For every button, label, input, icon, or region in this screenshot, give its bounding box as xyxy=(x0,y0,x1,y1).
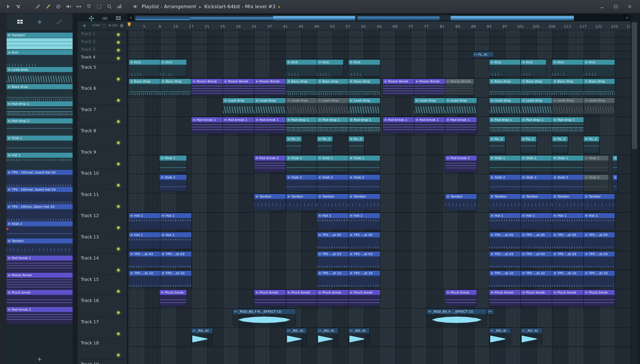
clip[interactable]: ≡Pad drop 1 xyxy=(286,117,317,134)
clip[interactable]: ≡TPS -..at 03 xyxy=(489,251,521,268)
track-header[interactable]: Track 1 xyxy=(78,31,127,38)
clip-source-item[interactable]: ≡Pad drop 2 xyxy=(6,118,73,136)
clip[interactable]: ≡Tambor xyxy=(521,194,552,210)
clip-source-item[interactable]: ≡Kick xyxy=(6,50,73,67)
zoom-icon[interactable] xyxy=(106,3,113,10)
clip[interactable]: ≡Pluck break xyxy=(286,290,317,306)
clip[interactable]: ≡Pluck break xyxy=(160,290,186,306)
track-led[interactable] xyxy=(117,205,120,208)
clip[interactable]: ≡Stab 1 xyxy=(286,156,317,172)
vertical-scrollbar[interactable] xyxy=(631,21,638,364)
track-led[interactable] xyxy=(117,57,120,60)
clip[interactable]: ×Lead drop xyxy=(317,98,348,115)
clip[interactable]: ≡Bass drop xyxy=(160,79,192,95)
clip[interactable]: ≡Reese Break xyxy=(414,79,445,95)
track-led[interactable] xyxy=(117,290,120,293)
picker-add-button[interactable]: + xyxy=(37,356,42,362)
clip[interactable]: ≡Pad break 1 xyxy=(414,117,445,134)
clip[interactable]: ×Stab 2 xyxy=(584,175,608,191)
clip[interactable]: ≡TPS -..at 05 xyxy=(552,232,584,249)
clip[interactable]: ≡Stab 1 xyxy=(160,156,186,172)
clip[interactable]: ≡Kick xyxy=(317,60,343,76)
track-header[interactable]: Track 17... xyxy=(78,319,127,338)
clip-source-item[interactable]: ≡Pad break 2 xyxy=(6,307,73,324)
clip[interactable]: ≡Bass drop xyxy=(521,79,552,95)
clip[interactable]: ≡Hat 1 xyxy=(317,213,348,230)
clip[interactable]: ≡Tambor xyxy=(286,194,317,210)
clip[interactable]: ≡Reese Break xyxy=(254,79,286,95)
clip-source-item[interactable]: ≡Reese Break xyxy=(6,273,73,290)
move-tool-icon[interactable] xyxy=(88,15,95,21)
paint-icon[interactable] xyxy=(45,3,51,10)
clip[interactable]: ≡Stab 1 xyxy=(349,156,380,172)
track-header[interactable]: Track 9... xyxy=(78,149,127,168)
clip[interactable]: ≡Hat 1 xyxy=(160,213,192,230)
clip[interactable]: ≡Stab 2 xyxy=(317,175,348,191)
clip-source-item[interactable]: ≡TPS - Ultima..Open Hat 10 xyxy=(6,204,73,221)
clip[interactable]: ≡Hat 1 xyxy=(521,213,552,230)
breadcrumb-segment[interactable]: Playlist - Arrangement xyxy=(142,4,196,10)
playlist-grid[interactable]: ↦FL..et≡Kick≡Kick≡Kick≡Kick≡Kick≡Kick≡Ki… xyxy=(127,31,631,364)
clip[interactable]: ≡Stab 2 xyxy=(489,175,521,191)
clip[interactable]: ↦FL..et xyxy=(473,52,494,58)
clip[interactable]: ≡Bass drop xyxy=(584,79,615,95)
track-header[interactable]: Track 12... xyxy=(78,213,127,232)
clip[interactable]: ↦_RG..4) xyxy=(349,328,370,345)
clip[interactable]: ≡Hat 1 xyxy=(160,232,192,249)
clip[interactable]: ≡Pad drop 1 xyxy=(521,117,552,134)
track-led[interactable] xyxy=(117,311,120,314)
clip[interactable]: ≡Pluck break xyxy=(552,290,584,306)
clip[interactable]: ≡Reese Break xyxy=(191,79,223,95)
clip[interactable]: ≡Stab 2 xyxy=(552,175,584,191)
clip[interactable]: ≡Lead drop xyxy=(414,98,445,115)
clip[interactable]: ≡Pad break 1 xyxy=(383,117,414,134)
track-led[interactable] xyxy=(117,226,120,230)
clip[interactable]: ≡Pa..2 xyxy=(349,136,364,153)
clip[interactable]: ≡Kick xyxy=(286,60,317,76)
minimap-scroll-left-button[interactable]: ◂ xyxy=(128,14,134,21)
slide-link-icon[interactable] xyxy=(102,15,108,21)
track-header[interactable]: Track 3 xyxy=(78,47,127,54)
clip[interactable]: ≡Tambor xyxy=(349,194,380,210)
clip[interactable]: ≡Stab 2 xyxy=(286,175,317,191)
minimap[interactable] xyxy=(134,14,625,21)
clip[interactable]: ≡Stab 2 xyxy=(160,175,186,191)
clip[interactable]: ≡Pad drop 1 xyxy=(489,117,521,134)
clip[interactable]: ↦ xyxy=(487,309,494,315)
clip[interactable]: ≡Bass drop xyxy=(552,79,584,95)
clip[interactable]: ≡Kick xyxy=(489,60,520,76)
clip[interactable]: ≡ xyxy=(613,175,617,191)
track-header[interactable]: Track 16... xyxy=(78,298,127,317)
clip[interactable]: ≡TPS -..at 10 xyxy=(160,271,192,287)
track-led[interactable] xyxy=(117,78,120,81)
clip[interactable]: ≡TPS -..at 10 xyxy=(552,271,584,287)
clip[interactable]: ≡Stab 2 xyxy=(349,175,380,191)
clip[interactable]: ≡Pad break 2 xyxy=(445,156,477,172)
clip[interactable]: ≡Tambor xyxy=(584,194,615,210)
pattern-picker-icon[interactable] xyxy=(16,18,24,26)
clip[interactable]: ≡Tambor xyxy=(445,194,477,210)
close-button[interactable] xyxy=(627,4,633,10)
clip[interactable]: ≡Bass drop xyxy=(489,79,521,95)
clip[interactable]: ≡Tambor xyxy=(254,194,286,210)
clip-source-item[interactable]: ≡Pluck break xyxy=(6,290,73,307)
track-header[interactable]: Track 10... xyxy=(78,171,127,190)
track-led[interactable] xyxy=(117,141,120,144)
clip[interactable]: ≡Stab 1 xyxy=(552,156,584,172)
clip[interactable]: ≡Bass drop xyxy=(286,79,317,95)
slide-toggle[interactable] xyxy=(120,24,123,27)
minimap-thumb[interactable] xyxy=(134,15,574,20)
clip[interactable]: ≡Pad drop 1 xyxy=(552,117,584,134)
clip[interactable]: ≡TPS -..at 10 xyxy=(317,271,348,287)
clip-source-item[interactable]: ≡TPS - Ultimat..losed Hat 05 xyxy=(6,170,73,187)
clip[interactable]: ≡Lead drop xyxy=(349,98,380,115)
clip[interactable]: ≡Stab 1 xyxy=(489,156,521,172)
clip[interactable]: ≡TPS -..at 03 xyxy=(521,251,552,268)
clip[interactable]: ≡TPS -..at 03 xyxy=(584,251,615,268)
clip[interactable]: ≡Pluck break xyxy=(254,290,286,306)
step-toggle[interactable] xyxy=(103,24,106,27)
track-led[interactable] xyxy=(117,354,120,357)
track-led[interactable] xyxy=(117,184,120,187)
clip[interactable]: ≡Pad break 1 xyxy=(254,117,286,134)
track-header[interactable]: Track 8... xyxy=(78,128,127,147)
